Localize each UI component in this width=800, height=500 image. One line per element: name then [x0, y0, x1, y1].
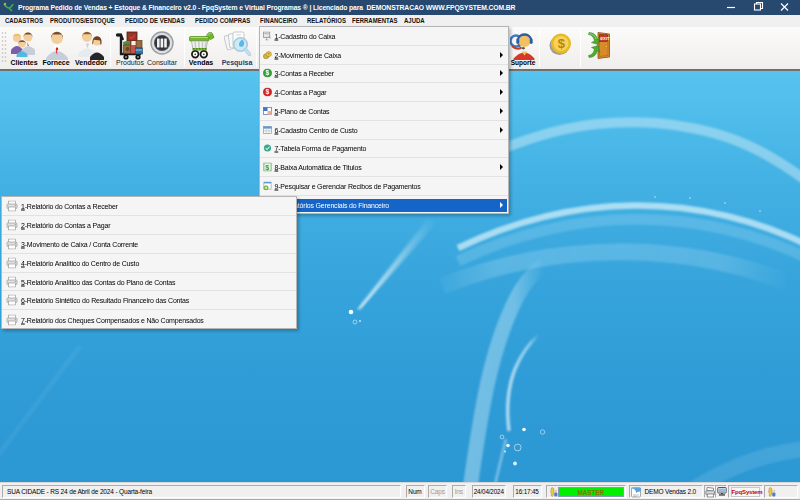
- svg-text:$: $: [558, 36, 566, 51]
- svg-text:$: $: [265, 163, 269, 172]
- svg-text:EXIT: EXIT: [600, 36, 610, 41]
- svg-text:$: $: [265, 70, 269, 78]
- svg-text:$: $: [265, 88, 269, 96]
